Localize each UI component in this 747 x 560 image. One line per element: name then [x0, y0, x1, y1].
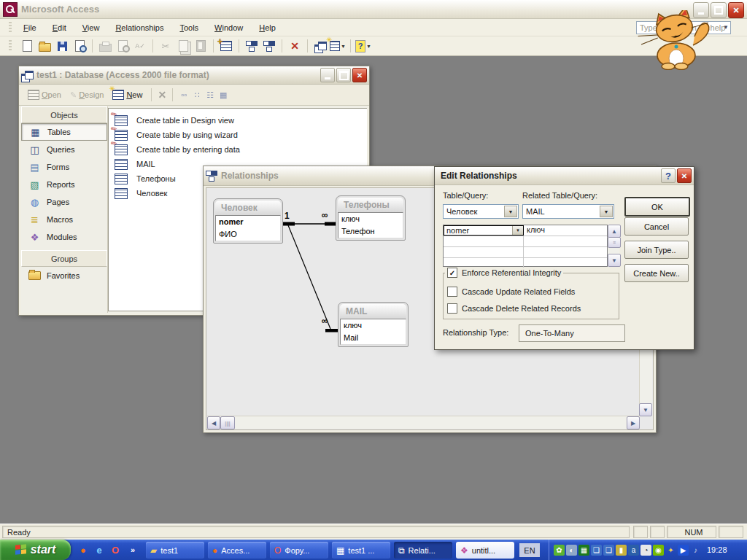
ok-button[interactable]: OK — [624, 197, 690, 217]
menu-relationships[interactable]: Relationships — [109, 21, 169, 34]
start-button[interactable]: start — [0, 540, 71, 560]
large-icons-view-icon[interactable]: ▫▫ — [179, 90, 189, 99]
scroll-right-icon[interactable]: ▶ — [627, 416, 640, 429]
list-item-create-wizard[interactable]: Create table by using wizard — [109, 128, 367, 142]
chevron-down-icon[interactable]: ▼ — [723, 24, 729, 31]
task-test1-folder[interactable]: ▰ test1 — [146, 542, 204, 559]
enforce-referential-integrity-row[interactable]: Enforce Referential Integrity — [445, 268, 563, 278]
save-icon[interactable] — [54, 39, 70, 53]
sidebar-item-tables[interactable]: ▦ Tables — [21, 123, 107, 141]
sidebar-item-macros[interactable]: ≣ Macros — [21, 211, 107, 228]
network-icon[interactable]: ❏ — [591, 545, 602, 556]
dialog-help-button[interactable] — [661, 168, 676, 183]
db-delete-icon[interactable]: ✕ — [158, 89, 166, 101]
task-relationships[interactable]: ⧉ Relati... — [394, 542, 452, 559]
scrollbar-thumb[interactable]: ≡ — [608, 237, 621, 248]
antivirus-icon[interactable]: a — [628, 545, 639, 556]
new-button[interactable]: New — [109, 88, 145, 101]
diagram-table-chelovek[interactable]: Человек nomer ФИО — [213, 198, 283, 244]
grid-icon[interactable]: ▦ — [578, 545, 589, 556]
db-close-button[interactable] — [352, 68, 367, 82]
office-assistant-cat[interactable] — [636, 10, 720, 70]
dialog-titlebar[interactable]: Edit Relationships — [435, 167, 694, 185]
scroll-down-icon[interactable]: ▼ — [608, 254, 621, 267]
print-preview-icon[interactable] — [115, 39, 131, 53]
quick-launch-chevron-icon[interactable]: » — [125, 542, 140, 557]
list-item-create-entering[interactable]: Create table by entering data — [109, 142, 367, 157]
dialog-close-button[interactable] — [677, 168, 692, 183]
show-all-relationships-icon[interactable] — [261, 39, 277, 53]
menu-view[interactable]: View — [77, 21, 106, 34]
sidebar-item-queries[interactable]: ◫ Queries — [21, 141, 107, 158]
cascade-update-row[interactable]: Cascade Update Related Fields — [445, 287, 577, 297]
design-button[interactable]: ✎ Design — [67, 89, 107, 101]
file-search-icon[interactable] — [71, 39, 88, 53]
field-mail[interactable]: Mail — [341, 332, 406, 344]
scheduler-icon[interactable]: ◔ — [640, 545, 651, 556]
wand-icon[interactable]: ✦ — [665, 545, 676, 556]
scrollbar-thumb[interactable]: |||| — [220, 416, 235, 429]
volume-icon[interactable]: ♪ — [690, 545, 701, 556]
print-icon[interactable] — [97, 39, 113, 53]
close-button[interactable] — [728, 2, 744, 18]
db-maximize-button[interactable] — [336, 68, 351, 82]
scroll-up-icon[interactable]: ▲ — [608, 225, 621, 238]
list-view-icon[interactable]: ☷ — [205, 90, 215, 99]
language-indicator[interactable]: EN — [519, 543, 540, 557]
table-query-combo[interactable]: Человек ▼ — [443, 204, 519, 219]
cascade-delete-checkbox[interactable] — [447, 303, 457, 314]
small-icons-view-icon[interactable]: ∷ — [192, 90, 202, 99]
cancel-button[interactable]: Cancel — [624, 217, 689, 236]
related-table-query-combo[interactable]: MAIL ▼ — [522, 204, 614, 219]
details-view-icon[interactable]: ▦ — [218, 90, 228, 99]
messenger-icon[interactable]: ✿ — [554, 545, 565, 556]
field-klyuch[interactable]: ключ — [341, 319, 406, 332]
grid-scrollbar[interactable]: ▲ ≡ ▼ — [608, 225, 619, 267]
sidebar-item-pages[interactable]: ◍ Pages — [21, 193, 107, 211]
groups-header[interactable]: Groups — [21, 250, 107, 267]
list-item-create-design[interactable]: Create table in Design view — [109, 113, 367, 128]
open-folder-icon[interactable] — [36, 39, 53, 53]
menu-help[interactable]: Help — [253, 21, 282, 34]
cut-icon[interactable]: ✂ — [158, 39, 174, 53]
sidebar-item-reports[interactable]: ▧ Reports — [21, 176, 107, 193]
join-type-button[interactable]: Join Type.. — [624, 241, 689, 259]
network-2-icon[interactable]: ❏ — [603, 545, 614, 556]
db-minimize-button[interactable] — [320, 68, 335, 82]
sidebar-item-favorites[interactable]: Favorites — [21, 267, 107, 284]
copy-icon[interactable] — [175, 39, 191, 53]
join-fields-grid[interactable]: nomer ▼ ключ — [443, 225, 608, 267]
task-forum-opera[interactable]: O Фору... — [270, 542, 328, 559]
menu-file[interactable]: File — [18, 21, 42, 34]
menu-edit[interactable]: Edit — [47, 21, 72, 34]
player-icon[interactable]: ▶ — [678, 545, 689, 556]
battery-icon[interactable]: ▮ — [616, 545, 627, 556]
open-button[interactable]: Open — [25, 88, 64, 101]
firefox-icon[interactable]: ● — [76, 542, 90, 557]
show-direct-relationships-icon[interactable] — [244, 39, 260, 53]
enforce-referential-integrity-checkbox[interactable] — [447, 268, 457, 278]
diagram-table-telefony[interactable]: Телефоны ключ Телефон — [336, 195, 406, 241]
field-nomer[interactable]: nomer — [216, 216, 280, 228]
chevron-down-icon[interactable]: ▼ — [504, 206, 517, 217]
cascade-delete-row[interactable]: Cascade Delete Related Records — [445, 303, 583, 314]
insert-table-icon[interactable] — [218, 39, 234, 53]
field-telefon[interactable]: Телефон — [338, 225, 403, 238]
paste-icon[interactable] — [193, 39, 209, 53]
menu-window[interactable]: Window — [209, 21, 249, 34]
menu-tools[interactable]: Tools — [174, 21, 204, 34]
task-test1-database[interactable]: ▦ test1 ... — [332, 542, 390, 559]
display-icon[interactable]: ◉ — [653, 545, 664, 556]
sidebar-item-modules[interactable]: ❖ Modules — [21, 228, 107, 246]
spelling-icon[interactable]: A✓ — [132, 39, 148, 53]
scroll-left-icon[interactable]: ◀ — [207, 416, 220, 429]
clock[interactable]: 19:28 — [707, 545, 727, 554]
create-new-button[interactable]: Create New.. — [624, 264, 689, 282]
task-access-firefox[interactable]: ● Acces... — [208, 542, 266, 559]
new-file-icon[interactable] — [19, 39, 35, 53]
chevron-down-icon[interactable]: ▼ — [512, 226, 523, 235]
menubar-grip[interactable] — [9, 22, 12, 34]
database-window-titlebar[interactable]: test1 : Database (Access 2000 file forma… — [19, 66, 369, 85]
cascade-update-checkbox[interactable] — [447, 287, 457, 297]
sidebar-item-forms[interactable]: ▤ Forms — [21, 158, 107, 176]
